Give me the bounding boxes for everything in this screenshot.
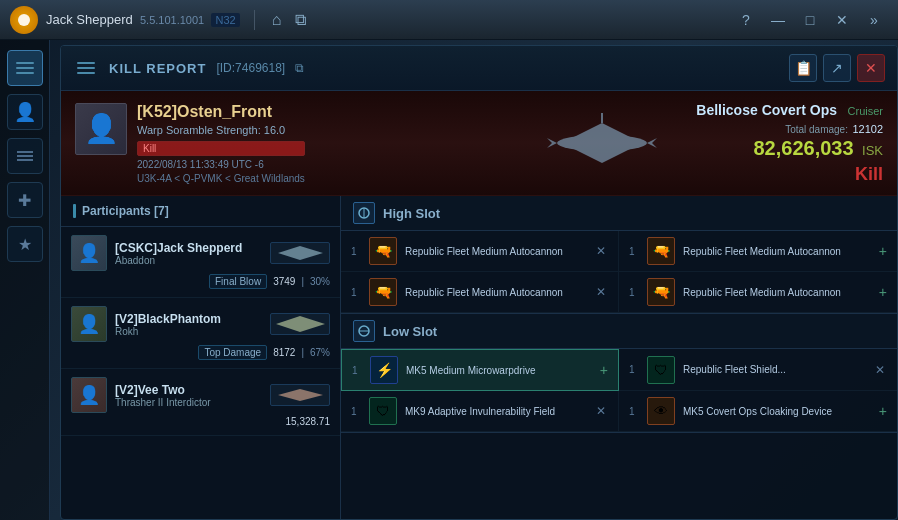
victim-date: 2022/08/13 11:33:49 UTC -6 [137,159,305,170]
add-icon[interactable]: + [879,403,887,419]
slot-item-info: Republic Fleet Medium Autocannon [683,286,871,299]
list-item[interactable]: 👤 [V2]Vee Two Thrasher II Interdictor 15… [61,369,340,436]
left-sidebar: 👤 ✚ ★ [0,40,50,520]
slot-item-info: MK9 Adaptive Invulnerability Field [405,405,586,418]
dialog-menu-icon[interactable] [73,58,99,78]
character-sidebar-button[interactable]: 👤 [7,94,43,130]
damage-value: 15,328.71 [286,416,331,427]
hamburger-icon [12,58,38,78]
slot-item-name: MK9 Adaptive Invulnerability Field [405,405,586,418]
dialog-header: KILL REPORT [ID:7469618] ⧉ 📋 ↗ ✕ [61,46,897,91]
sidebar-lines-button[interactable] [7,138,43,174]
avatar: 👤 [71,235,107,271]
victim-left: 👤 [K52]Osten_Front Warp Soramble Strengt… [75,103,305,184]
dialog-close-button[interactable]: ✕ [857,54,885,82]
taskbar-controls: ? — □ ✕ » [732,10,888,30]
slot-item[interactable]: 1 🛡 Republic Fleet Shield... ✕ [619,349,897,391]
slot-num: 1 [352,365,362,376]
victim-avatar: 👤 [75,103,127,155]
high-slot-section: High Slot 1 🔫 Republic Fleet Medium Auto… [341,196,897,314]
participant-ship-img [270,384,330,406]
high-slot-title: High Slot [383,206,440,221]
remove-icon[interactable]: ✕ [594,402,608,420]
slot-item[interactable]: 1 👁 MK5 Covert Ops Cloaking Device + [619,391,897,432]
slot-item[interactable]: 1 🔫 Republic Fleet Medium Autocannon ✕ [341,231,619,272]
help-button[interactable]: ? [732,10,760,30]
close-window-button[interactable]: ✕ [828,10,856,30]
slot-num: 1 [351,287,361,298]
slot-item-name: MK5 Medium Microwarpdrive [406,364,592,377]
slot-item-info: Republic Fleet Medium Autocannon [405,286,586,299]
slot-item[interactable]: 1 ⚡ MK5 Medium Microwarpdrive + [341,349,619,391]
add-icon[interactable]: + [879,284,887,300]
remove-icon[interactable]: ✕ [594,283,608,301]
ship-display [527,96,677,190]
add-icon[interactable]: + [600,362,608,378]
remove-icon[interactable]: ✕ [594,242,608,260]
slot-item-name: Republic Fleet Medium Autocannon [405,245,586,258]
low-slot-title: Low Slot [383,324,437,339]
high-slot-icon [353,202,375,224]
home-icon[interactable]: ⌂ [269,8,285,32]
slot-item-icon: 🔫 [647,237,675,265]
isk-line: 82,626,033 ISK [696,137,883,160]
crosshair-sidebar-button[interactable]: ✚ [7,182,43,218]
high-slot-grid: 1 🔫 Republic Fleet Medium Autocannon ✕ 1… [341,231,897,313]
slot-item-name: Republic Fleet Shield... [683,363,865,376]
add-icon[interactable]: + [879,243,887,259]
slot-item[interactable]: 1 🛡 MK9 Adaptive Invulnerability Field ✕ [341,391,619,432]
participant-corp: Rokh [115,326,262,337]
taskbar: Jack Shepperd 5.5.101.1001 N32 ⌂ ⧉ ? — □… [0,0,898,40]
avatar: 👤 [71,377,107,413]
low-slot-icon [353,320,375,342]
list-item[interactable]: 👤 [V2]BlackPhantom Rokh Top Damage 8 [61,298,340,369]
participant-list: 👤 [CSKC]Jack Shepperd Abaddon Final Blow [61,227,340,519]
participants-header: Participants [7] [61,196,340,227]
slot-item-icon: 🔫 [369,237,397,265]
participant-bottom: Top Damage 8172 | 67% [71,345,330,360]
victim-warp-stat: Warp Soramble Strength: 16.0 [137,124,305,136]
taskbar-left: Jack Shepperd 5.5.101.1001 N32 ⌂ ⧉ [10,6,732,34]
participant-name-corp: [CSKC]Jack Shepperd Abaddon [115,241,262,266]
slot-item-icon: 🛡 [369,397,397,425]
participant-bottom: 15,328.71 [71,416,330,427]
dialog-title-area: KILL REPORT [ID:7469618] ⧉ [73,58,304,78]
list-item[interactable]: 👤 [CSKC]Jack Shepperd Abaddon Final Blow [61,227,340,298]
participant-top: 👤 [V2]BlackPhantom Rokh [71,306,330,342]
svg-point-0 [18,14,30,26]
extend-button[interactable]: » [860,10,888,30]
victim-name: [K52]Osten_Front [137,103,305,121]
slot-item-icon: 🛡 [647,356,675,384]
slot-item[interactable]: 1 🔫 Republic Fleet Medium Autocannon ✕ [341,272,619,313]
clipboard-button[interactable]: 📋 [789,54,817,82]
copy-id-icon[interactable]: ⧉ [295,61,304,75]
avatar: 👤 [71,306,107,342]
dialog-title: KILL REPORT [109,61,206,76]
slot-item-name: Republic Fleet Medium Autocannon [405,286,586,299]
copy-icon[interactable]: ⧉ [292,8,309,32]
slot-item[interactable]: 1 🔫 Republic Fleet Medium Autocannon + [619,231,897,272]
slot-item-info: Republic Fleet Medium Autocannon [405,245,586,258]
remove-icon[interactable]: ✕ [873,361,887,379]
slot-item-name: Republic Fleet Medium Autocannon [683,245,871,258]
star-sidebar-button[interactable]: ★ [7,226,43,262]
participant-corp: Abaddon [115,255,262,266]
slot-item-info: Republic Fleet Shield... [683,363,865,376]
damage-percent: 30% [310,276,330,287]
minimize-button[interactable]: — [764,10,792,30]
low-slot-grid: 1 ⚡ MK5 Medium Microwarpdrive + 1 🛡 Repu [341,349,897,432]
slot-item-name: MK5 Covert Ops Cloaking Device [683,405,871,418]
main-content: 👤 ✚ ★ KILL REPORT [ID:7469618] ⧉ [0,40,898,520]
participant-name-corp: [V2]BlackPhantom Rokh [115,312,262,337]
victim-location: U3K-4A < Q-PVMK < Great Wildlands [137,173,305,184]
avatar-icon: 👤 [84,112,119,145]
slot-item[interactable]: 1 🔫 Republic Fleet Medium Autocannon + [619,272,897,313]
final-blow-badge: Final Blow [209,274,267,289]
participant-name-corp: [V2]Vee Two Thrasher II Interdictor [115,383,262,408]
export-button[interactable]: ↗ [823,54,851,82]
slot-item-name: Republic Fleet Medium Autocannon [683,286,871,299]
restore-button[interactable]: □ [796,10,824,30]
top-damage-badge: Top Damage [198,345,267,360]
menu-button[interactable] [7,50,43,86]
slot-item-icon: 👁 [647,397,675,425]
